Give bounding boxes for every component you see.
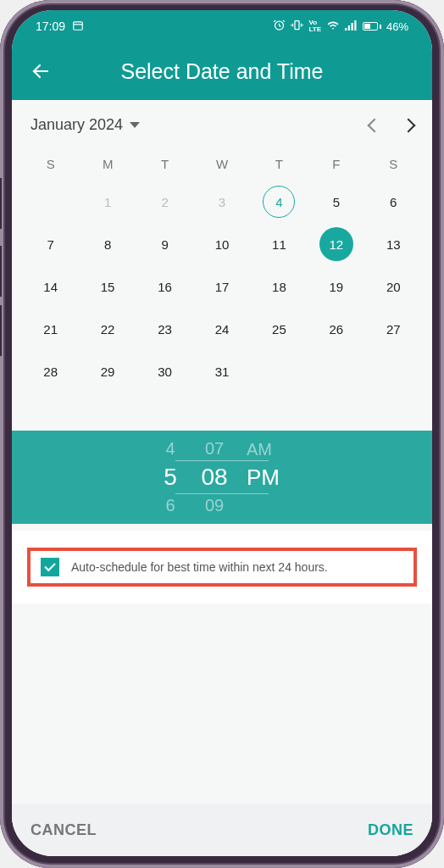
dow-header: S [365,157,422,171]
day-cell[interactable]: 23 [136,310,193,348]
battery-percent: 46% [386,20,408,33]
day-cell[interactable]: 6 [365,183,422,220]
phone-side-button [0,246,2,297]
day-cell[interactable]: 17 [193,268,250,305]
day-cell[interactable]: 1 [79,183,136,220]
dow-header: F [308,157,364,171]
svg-rect-12 [345,28,347,31]
footer: CANCEL DONE [12,804,432,856]
network-lte-icon: VoLTE [308,19,321,33]
day-cell[interactable]: 20 [365,268,422,305]
battery-icon [363,22,381,31]
day-cell[interactable]: 26 [308,310,364,348]
day-cell[interactable]: 8 [79,225,136,263]
dow-header: S [22,157,79,171]
hour-column[interactable]: 4 5 6 [148,439,192,515]
day-cell[interactable]: 7 [22,225,79,263]
phone-frame: 17:09 VoLTE [0,0,444,868]
ampm-next [247,496,296,515]
dow-header: M [79,157,136,171]
day-cell[interactable]: 30 [136,353,193,390]
chevron-left-icon [368,119,382,133]
dropdown-triangle-icon [130,122,140,128]
auto-schedule-label: Auto-schedule for best time within next … [71,560,328,574]
phone-side-button [0,178,2,229]
ampm-value: PM [247,465,296,491]
day-cell[interactable]: 5 [308,183,364,220]
calendar: SMTWTFS 12345678910111213141516171819202… [12,142,432,400]
day-cell[interactable]: 14 [22,268,79,305]
title-bar: Select Date and Time [12,42,432,100]
day-cell[interactable]: 28 [22,353,79,390]
day-cell-empty [22,183,79,220]
time-picker[interactable]: 4 5 6 07 08 09 AM PM [12,431,432,524]
day-cell[interactable]: 31 [193,353,250,390]
day-cell[interactable]: 27 [365,310,422,348]
day-cell[interactable]: 3 [193,183,250,220]
svg-rect-7 [295,21,299,30]
back-button[interactable] [31,61,51,81]
day-cell[interactable]: 15 [79,268,136,305]
phone-side-button [0,305,2,356]
auto-schedule-checkbox[interactable] [41,558,59,576]
calendar-small-icon [72,19,84,34]
day-cell[interactable]: 11 [251,225,308,263]
month-label-text: January 2024 [31,116,123,134]
wifi-icon [326,19,340,34]
checkmark-icon [44,560,55,571]
ampm-column[interactable]: AM PM [236,440,296,515]
month-selector[interactable]: January 2024 [31,116,140,134]
cancel-button[interactable]: CANCEL [31,821,97,839]
days-grid: 1234567891011121314151617181920212223242… [22,183,422,390]
minute-next: 09 [192,496,236,515]
dow-header: W [193,157,250,171]
ampm-prev: AM [247,440,296,459]
day-cell[interactable]: 13 [365,225,422,263]
day-cell[interactable]: 18 [251,268,308,305]
svg-line-5 [275,20,276,22]
hour-next: 6 [148,496,192,515]
auto-schedule-row[interactable]: Auto-schedule for best time within next … [27,548,417,587]
dow-header: T [251,157,308,171]
auto-schedule-section: Auto-schedule for best time within next … [12,531,432,604]
chevron-right-icon [402,119,416,133]
done-button[interactable]: DONE [368,821,413,839]
day-cell[interactable]: 16 [136,268,193,305]
day-cell[interactable]: 22 [79,310,136,348]
alarm-icon [273,19,286,34]
day-cell[interactable]: 24 [193,310,250,348]
minute-value: 08 [192,464,236,491]
day-cell[interactable]: 21 [22,310,79,348]
day-cell[interactable]: 12 [308,225,364,263]
day-cell[interactable]: 25 [251,310,308,348]
svg-line-6 [283,20,285,22]
content: January 2024 SMTWTFS 1234567891011121314… [12,100,432,856]
hour-prev: 4 [148,439,192,459]
day-cell[interactable]: 10 [193,225,250,263]
next-month-button[interactable] [403,115,413,135]
status-time: 17:09 [36,19,65,33]
minute-column[interactable]: 07 08 09 [192,439,236,515]
svg-rect-0 [74,21,83,29]
day-cell[interactable]: 4 [251,183,308,220]
prev-month-button[interactable] [369,115,380,135]
day-cell[interactable]: 9 [136,225,193,263]
month-header: January 2024 [12,100,432,142]
day-cell[interactable]: 29 [79,353,136,390]
svg-rect-14 [351,23,352,31]
svg-line-4 [280,25,281,26]
svg-rect-13 [348,25,350,31]
page-title: Select Date and Time [51,59,393,84]
day-cell[interactable]: 2 [136,183,193,220]
svg-rect-15 [354,20,356,31]
vibrate-icon [291,19,303,34]
day-cell[interactable]: 19 [308,268,364,305]
signal-icon [345,19,358,34]
dow-header: T [136,157,193,171]
minute-prev: 07 [192,439,236,459]
screen: 17:09 VoLTE [12,10,432,856]
status-bar: 17:09 VoLTE [12,10,432,42]
day-of-week-row: SMTWTFS [22,145,422,183]
hour-value: 5 [148,464,192,491]
